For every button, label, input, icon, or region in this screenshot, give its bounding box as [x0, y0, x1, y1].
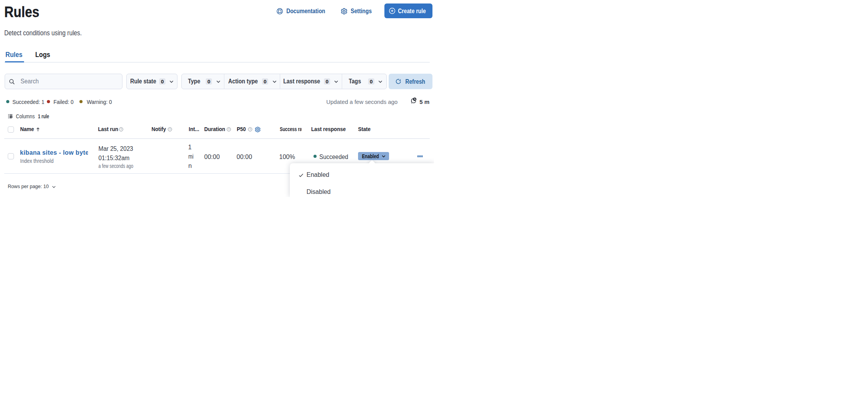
svg-text:?: ?: [169, 128, 170, 130]
svg-text:?: ?: [228, 128, 230, 130]
svg-text:?: ?: [250, 128, 251, 130]
svg-text:?: ?: [121, 128, 122, 130]
